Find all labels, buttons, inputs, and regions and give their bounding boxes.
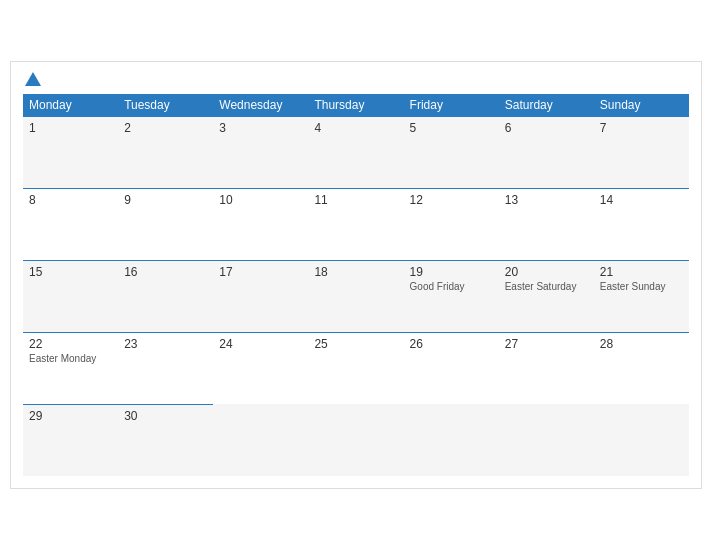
- day-number: 5: [410, 121, 493, 135]
- day-number: 1: [29, 121, 112, 135]
- logo-triangle-icon: [25, 72, 41, 86]
- calendar-cell: 5: [404, 116, 499, 188]
- calendar-grid: MondayTuesdayWednesdayThursdayFridaySatu…: [23, 94, 689, 477]
- day-number: 24: [219, 337, 302, 351]
- day-number: 15: [29, 265, 112, 279]
- calendar-week-4: 22Easter Monday232425262728: [23, 332, 689, 404]
- calendar-cell: 25: [308, 332, 403, 404]
- weekday-header-friday: Friday: [404, 94, 499, 117]
- calendar-cell: 20Easter Saturday: [499, 260, 594, 332]
- holiday-label: Easter Saturday: [505, 281, 588, 292]
- day-number: 4: [314, 121, 397, 135]
- calendar-cell: [213, 404, 308, 476]
- holiday-label: Easter Sunday: [600, 281, 683, 292]
- day-number: 20: [505, 265, 588, 279]
- calendar-cell: 21Easter Sunday: [594, 260, 689, 332]
- weekday-header-row: MondayTuesdayWednesdayThursdayFridaySatu…: [23, 94, 689, 117]
- calendar-cell: 9: [118, 188, 213, 260]
- calendar-cell: 7: [594, 116, 689, 188]
- holiday-label: Easter Monday: [29, 353, 112, 364]
- day-number: 23: [124, 337, 207, 351]
- calendar-week-1: 1234567: [23, 116, 689, 188]
- day-number: 25: [314, 337, 397, 351]
- day-number: 27: [505, 337, 588, 351]
- calendar-cell: 22Easter Monday: [23, 332, 118, 404]
- calendar-cell: 17: [213, 260, 308, 332]
- calendar-cell: 3: [213, 116, 308, 188]
- calendar-cell: [308, 404, 403, 476]
- day-number: 16: [124, 265, 207, 279]
- day-number: 14: [600, 193, 683, 207]
- day-number: 11: [314, 193, 397, 207]
- calendar-cell: 11: [308, 188, 403, 260]
- calendar-cell: 24: [213, 332, 308, 404]
- calendar-cell: 13: [499, 188, 594, 260]
- weekday-header-monday: Monday: [23, 94, 118, 117]
- calendar-cell: 14: [594, 188, 689, 260]
- calendar-cell: 30: [118, 404, 213, 476]
- calendar-header: [23, 72, 689, 86]
- calendar-cell: 28: [594, 332, 689, 404]
- calendar-cell: 27: [499, 332, 594, 404]
- day-number: 22: [29, 337, 112, 351]
- calendar-week-2: 891011121314: [23, 188, 689, 260]
- calendar-cell: 1: [23, 116, 118, 188]
- day-number: 21: [600, 265, 683, 279]
- day-number: 12: [410, 193, 493, 207]
- day-number: 8: [29, 193, 112, 207]
- calendar-cell: 18: [308, 260, 403, 332]
- calendar-cell: 2: [118, 116, 213, 188]
- day-number: 29: [29, 409, 112, 423]
- day-number: 17: [219, 265, 302, 279]
- weekday-header-sunday: Sunday: [594, 94, 689, 117]
- logo: [23, 72, 43, 86]
- holiday-label: Good Friday: [410, 281, 493, 292]
- calendar-cell: 23: [118, 332, 213, 404]
- calendar-week-5: 2930: [23, 404, 689, 476]
- weekday-header-wednesday: Wednesday: [213, 94, 308, 117]
- day-number: 10: [219, 193, 302, 207]
- calendar-cell: 6: [499, 116, 594, 188]
- day-number: 19: [410, 265, 493, 279]
- weekday-header-saturday: Saturday: [499, 94, 594, 117]
- calendar-cell: [404, 404, 499, 476]
- day-number: 18: [314, 265, 397, 279]
- calendar-cell: 8: [23, 188, 118, 260]
- calendar-cell: 10: [213, 188, 308, 260]
- calendar-week-3: 1516171819Good Friday20Easter Saturday21…: [23, 260, 689, 332]
- day-number: 30: [124, 409, 207, 423]
- day-number: 9: [124, 193, 207, 207]
- day-number: 3: [219, 121, 302, 135]
- calendar-cell: 16: [118, 260, 213, 332]
- day-number: 7: [600, 121, 683, 135]
- day-number: 13: [505, 193, 588, 207]
- calendar-cell: [594, 404, 689, 476]
- calendar-cell: 29: [23, 404, 118, 476]
- calendar-cell: 12: [404, 188, 499, 260]
- weekday-header-tuesday: Tuesday: [118, 94, 213, 117]
- calendar-container: MondayTuesdayWednesdayThursdayFridaySatu…: [10, 61, 702, 490]
- calendar-cell: [499, 404, 594, 476]
- calendar-cell: 19Good Friday: [404, 260, 499, 332]
- day-number: 6: [505, 121, 588, 135]
- day-number: 28: [600, 337, 683, 351]
- weekday-header-thursday: Thursday: [308, 94, 403, 117]
- calendar-cell: 4: [308, 116, 403, 188]
- day-number: 26: [410, 337, 493, 351]
- day-number: 2: [124, 121, 207, 135]
- calendar-cell: 15: [23, 260, 118, 332]
- calendar-cell: 26: [404, 332, 499, 404]
